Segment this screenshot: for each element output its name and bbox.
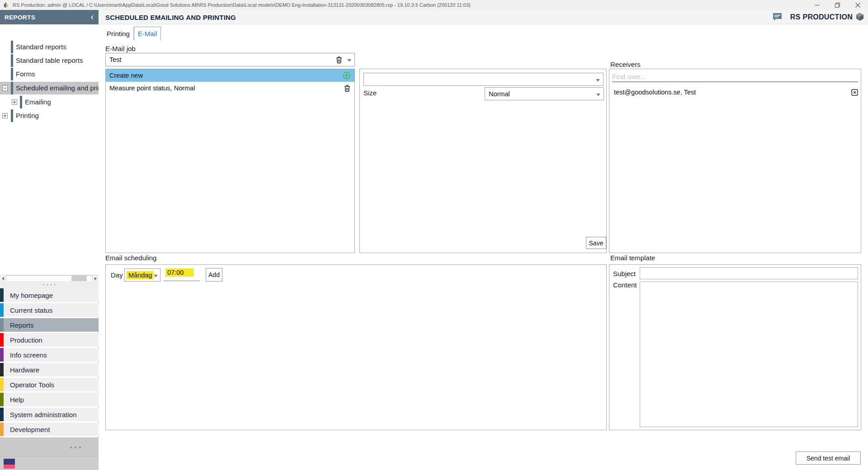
tree-item-label: Standard table reports xyxy=(16,56,83,64)
tree-item-standard-reports[interactable]: Standard reports xyxy=(0,41,99,53)
scroll-right-button[interactable] xyxy=(93,275,99,282)
restore-button[interactable] xyxy=(827,0,848,10)
menu-overflow-button[interactable] xyxy=(70,446,81,449)
add-job-button[interactable] xyxy=(343,71,351,80)
menu-item-hardware[interactable]: Hardware xyxy=(0,363,99,376)
brand-logo-icon xyxy=(855,12,864,24)
minimize-button[interactable] xyxy=(807,0,827,10)
tree-item-scheduled-emailing[interactable]: Scheduled emailing and printing xyxy=(0,82,99,94)
menu-item-development[interactable]: Development xyxy=(0,423,99,436)
close-button[interactable] xyxy=(848,0,868,10)
collapse-sidebar-button[interactable] xyxy=(90,15,94,20)
email-job-value: Test xyxy=(109,56,335,63)
time-input[interactable]: 07:00 xyxy=(164,268,200,281)
menu-item-production[interactable]: Production xyxy=(0,333,99,347)
plus-icon xyxy=(13,100,16,104)
tab-label: Printing xyxy=(107,30,130,38)
menu-footer xyxy=(0,437,99,456)
tree-item-standard-table-reports[interactable]: Standard table reports xyxy=(0,54,99,67)
scrollbar-thumb[interactable] xyxy=(71,276,87,281)
job-row-label: Create new xyxy=(109,72,343,79)
find-user-input[interactable] xyxy=(612,71,858,82)
menu-item-reports[interactable]: Reports xyxy=(0,318,99,332)
content-textarea[interactable] xyxy=(640,282,858,427)
menu-item-my-homepage[interactable]: My homepage xyxy=(0,288,99,302)
chat-icon xyxy=(773,13,782,21)
collapse-node-toggle[interactable] xyxy=(2,85,8,91)
restore-icon xyxy=(835,3,840,8)
menu-item-info-screens[interactable]: Info screens xyxy=(0,348,99,362)
add-schedule-button[interactable]: Add xyxy=(206,268,222,282)
tree-item-bar xyxy=(20,96,22,108)
email-scheduling-panel: Day Måndag 07:00 Add xyxy=(105,264,607,430)
menu-color-bar xyxy=(0,423,4,436)
tree-item-label: Scheduled emailing and printing xyxy=(16,84,99,92)
job-settings-panel: Size Normal Save xyxy=(359,69,607,253)
grip-dots-icon xyxy=(42,284,56,286)
menu-color-bar xyxy=(0,333,4,347)
menu-item-help[interactable]: Help xyxy=(0,393,99,406)
email-template-panel: Subject Content xyxy=(609,264,861,430)
menu-item-operator-tools[interactable]: Operator Tools xyxy=(0,378,99,391)
size-select[interactable]: Normal xyxy=(485,87,604,100)
arrow-left-icon xyxy=(2,277,4,280)
email-job-label: E-Mail job xyxy=(105,45,136,52)
menu-color-bar xyxy=(0,348,4,362)
report-select[interactable] xyxy=(363,73,604,86)
subject-label: Subject xyxy=(613,270,636,277)
trash-icon xyxy=(344,85,351,92)
delete-job-row-button[interactable] xyxy=(344,85,351,92)
trash-icon xyxy=(335,56,343,64)
day-select-value: Måndag xyxy=(127,271,154,279)
send-test-email-button[interactable]: Send test email xyxy=(796,451,861,465)
receiver-row: test@goodsolutions.se, Test xyxy=(609,86,862,98)
tree-item-emailing[interactable]: Emailing xyxy=(0,96,99,108)
brand-name: RS PRODUCTION xyxy=(790,13,853,21)
job-row-create-new[interactable]: Create new xyxy=(106,69,354,82)
day-select[interactable]: Måndag xyxy=(124,268,160,282)
menu-item-system-administration[interactable]: System administration xyxy=(0,408,99,421)
expand-node-toggle[interactable] xyxy=(12,99,17,105)
receivers-panel: test@goodsolutions.se, Test xyxy=(609,69,861,253)
menu-item-label: Help xyxy=(10,396,24,404)
tab-email[interactable]: E-Mail xyxy=(134,27,161,40)
minimize-icon xyxy=(815,3,820,8)
minus-icon xyxy=(3,86,7,90)
menu-color-bar xyxy=(0,288,4,302)
menu-color-bar xyxy=(0,303,4,317)
menu-item-label: My homepage xyxy=(10,291,53,299)
tree-horizontal-scrollbar[interactable] xyxy=(0,275,99,281)
menu-item-label: Operator Tools xyxy=(10,381,54,389)
chevron-down-icon xyxy=(596,90,600,98)
tree-item-printing[interactable]: Printing xyxy=(0,109,99,122)
sidebar-splitter[interactable] xyxy=(0,281,99,288)
remove-receiver-button[interactable] xyxy=(851,89,858,96)
tab-label: E-Mail xyxy=(138,30,157,38)
tab-printing[interactable]: Printing xyxy=(103,27,134,40)
app-window: RS Production: admin @ LOCAL / C:\Users\… xyxy=(0,0,868,470)
flag-icon xyxy=(4,459,15,469)
tree-item-bar xyxy=(11,68,13,80)
menu-item-label: Info screens xyxy=(10,351,47,359)
feedback-button[interactable] xyxy=(773,13,782,21)
expand-node-toggle[interactable] xyxy=(2,113,8,118)
menu-item-label: Current status xyxy=(10,306,52,314)
menu-color-bar xyxy=(0,363,4,376)
menu-item-current-status[interactable]: Current status xyxy=(0,303,99,317)
app-icon xyxy=(3,2,9,8)
chevron-down-icon xyxy=(347,56,351,64)
save-button[interactable]: Save xyxy=(586,237,606,249)
delete-job-button[interactable] xyxy=(335,56,343,64)
menu-item-label: Hardware xyxy=(10,366,39,374)
arrow-right-icon xyxy=(94,277,97,280)
email-job-select[interactable]: Test xyxy=(105,53,355,66)
page-title: SCHEDULED EMAILING AND PRINTING xyxy=(105,14,236,21)
tree-item-forms[interactable]: Forms xyxy=(0,68,99,80)
tree-item-label: Forms xyxy=(16,70,35,78)
scroll-left-button[interactable] xyxy=(0,275,6,282)
sidebar: REPORTS Standard reports Standard table … xyxy=(0,10,99,470)
subject-input[interactable] xyxy=(640,267,858,279)
chevron-left-icon xyxy=(90,15,94,20)
menu-item-label: System administration xyxy=(10,411,77,418)
job-row-measure-point-status[interactable]: Measure point status, Normal xyxy=(106,82,354,94)
